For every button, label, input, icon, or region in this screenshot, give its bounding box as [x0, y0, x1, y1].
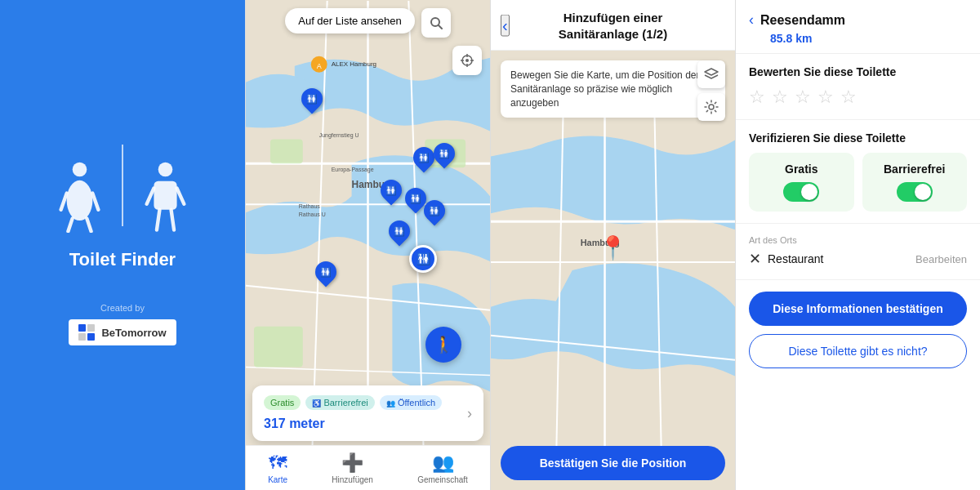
add-panel-map-controls [697, 60, 725, 121]
info-card-arrow-icon: › [467, 405, 472, 422]
svg-line-11 [172, 210, 175, 230]
verify-card-gratis: Gratis [749, 153, 854, 212]
toilet-marker-3[interactable]: 🚻 [434, 143, 455, 164]
betomorrow-logo: BeTomorrow [69, 319, 176, 345]
nav-karte[interactable]: 🗺 Karte [268, 452, 287, 484]
location-button[interactable] [452, 46, 482, 75]
svg-text:Jungfernstieg U: Jungfernstieg U [319, 132, 359, 139]
svg-line-8 [147, 188, 154, 203]
svg-line-10 [157, 210, 160, 230]
verify-section: Verifizieren Sie diese Toilette Gratis B… [736, 120, 980, 224]
settings-icon [704, 100, 719, 114]
info-card-distance: 317 meter [264, 416, 472, 431]
nav-gemeinschaft[interactable]: 👥 Gemeinschaft [417, 452, 468, 484]
rating-section-title: Bewerten Sie diese Toilette [749, 65, 967, 78]
tag-barrierefrei: ♿ Barrierefrei [305, 395, 374, 410]
info-card-tags: Gratis ♿ Barrierefrei 👥 Öffentlich [264, 395, 472, 410]
details-actions: Diese Informationen bestätigen Diese Toi… [736, 280, 980, 380]
confirm-position-button[interactable]: Bestätigen Sie die Position [501, 446, 725, 480]
add-panel-instruction: Bewegen Sie die Karte, um die Position d… [501, 60, 725, 118]
settings-button-add[interactable] [697, 93, 725, 121]
svg-line-2 [61, 194, 67, 210]
add-panel-back-button[interactable]: ‹ [501, 14, 510, 36]
toilet-marker-4[interactable]: 🚻 [381, 180, 402, 201]
tag-oeffentlich: 👥 Öffentlich [380, 395, 442, 410]
app-title: Toilet Finder [69, 249, 176, 270]
svg-point-1 [67, 180, 93, 220]
svg-line-5 [87, 218, 91, 231]
svg-text:ALEX Hamburg: ALEX Hamburg [332, 60, 376, 68]
svg-point-34 [466, 59, 469, 62]
layers-button[interactable] [697, 60, 725, 88]
svg-point-48 [709, 105, 714, 109]
target-icon [461, 54, 474, 67]
svg-text:A: A [317, 62, 322, 70]
verify-section-title: Verifizieren Sie diese Toilette [749, 131, 967, 145]
svg-text:Rathaus: Rathaus [299, 203, 320, 209]
tag-gratis: Gratis [264, 395, 301, 410]
male-icon [143, 161, 188, 233]
place-type-section: Art des Orts ✕ Restaurant Bearbeiten [736, 224, 980, 280]
details-distance: 85.8 km [770, 32, 967, 45]
restaurant-icon: ✕ [749, 250, 761, 268]
confirm-info-button[interactable]: Diese Informationen bestätigen [749, 292, 967, 326]
place-type-row: ✕ Restaurant Bearbeiten [749, 250, 967, 268]
created-by-label: Created by [100, 303, 145, 313]
betomorrow-name: BeTomorrow [101, 327, 166, 339]
svg-point-0 [73, 163, 87, 177]
gratis-toggle[interactable] [783, 182, 819, 202]
star-4[interactable]: ☆ [817, 87, 834, 108]
nav-gemeinschaft-label: Gemeinschaft [417, 475, 468, 484]
toilet-marker-1[interactable]: 🚻 [301, 88, 323, 109]
svg-line-4 [68, 218, 72, 231]
bottom-navigation: 🗺 Karte ➕ Hinzufügen 👥 Gemeinschaft [246, 445, 490, 490]
toilet-marker-6[interactable]: 🚻 [424, 200, 445, 221]
search-icon [430, 16, 443, 29]
logo-grid-icon [78, 324, 95, 341]
branding-panel: Toilet Finder Created by BeTomorrow [0, 0, 245, 490]
edit-place-type-button[interactable]: Bearbeiten [915, 253, 967, 265]
nav-hinzufuegen-label: Hinzufügen [332, 475, 373, 484]
barrierefrei-toggle[interactable] [897, 182, 933, 202]
svg-text:Rathaus U: Rathaus U [299, 212, 326, 217]
add-panel-map[interactable]: Hamburg Bewegen Sie die Karte, um die Po… [491, 51, 735, 490]
details-place-name: Reesendamm [760, 13, 845, 28]
svg-point-6 [158, 163, 173, 177]
svg-text:Europa-Passage: Europa-Passage [332, 167, 374, 173]
svg-line-32 [439, 25, 442, 29]
toilet-marker-7[interactable]: 🚻 [389, 220, 410, 242]
gender-divider [122, 145, 123, 226]
details-back-row: ‹ Reesendamm [749, 11, 967, 29]
toilet-marker-selected[interactable]: 🚻 [409, 245, 437, 273]
place-type-label: Art des Orts [749, 235, 967, 245]
nav-hinzufuegen[interactable]: ➕ Hinzufügen [332, 452, 373, 484]
details-panel: ‹ Reesendamm 85.8 km Bewerten Sie diese … [735, 0, 980, 490]
verify-barrierefrei-label: Barrierefrei [884, 163, 946, 176]
star-5[interactable]: ☆ [840, 87, 857, 108]
star-1[interactable]: ☆ [749, 87, 765, 108]
toilet-marker-2[interactable]: 🚻 [413, 147, 434, 168]
list-view-button[interactable]: Auf der Liste ansehen [285, 8, 414, 33]
map-info-card[interactable]: Gratis ♿ Barrierefrei 👥 Öffentlich 317 m… [252, 385, 483, 441]
svg-marker-47 [705, 69, 718, 75]
place-type-left: ✕ Restaurant [749, 250, 823, 268]
layers-icon [704, 67, 719, 82]
search-button[interactable] [421, 8, 451, 38]
verify-card-barrierefrei: Barrierefrei [862, 153, 968, 212]
toilet-marker-8[interactable]: 🚻 [315, 261, 336, 283]
verify-gratis-label: Gratis [785, 163, 817, 176]
center-pin-icon: 📍 [599, 234, 627, 261]
svg-line-9 [177, 188, 185, 203]
details-back-button[interactable]: ‹ [749, 11, 754, 29]
add-panel-title: Hinzufügen einerSanitäranlage (1/2) [504, 10, 722, 42]
svg-rect-22 [254, 327, 303, 368]
star-2[interactable]: ☆ [772, 87, 788, 108]
delete-toilet-button[interactable]: Diese Toilette gibt es nicht? [749, 334, 967, 368]
toilet-icons-graphic [57, 145, 188, 233]
stars-row[interactable]: ☆ ☆ ☆ ☆ ☆ [749, 87, 967, 108]
place-type-name: Restaurant [768, 252, 823, 265]
details-header: ‹ Reesendamm 85.8 km [736, 0, 980, 54]
user-location-marker: 🚶 [425, 327, 461, 363]
community-nav-icon: 👥 [432, 452, 454, 474]
star-3[interactable]: ☆ [795, 87, 811, 108]
